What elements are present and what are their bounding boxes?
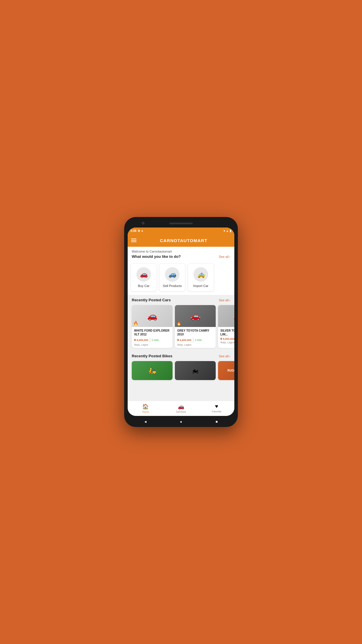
see-all-cars[interactable]: See all › — [219, 298, 230, 302]
welcome-text: Welcome to Carnotautomart — [132, 250, 230, 253]
status-right: ▾ ▲ ▮ — [224, 229, 231, 232]
bike-image-1: 🛵 — [132, 361, 173, 380]
phone-screen: 5:06 ⚙ ● ▾ ▲ ▮ CARNOTAUTOMART Welcome to… — [128, 228, 234, 416]
car-info-3: SILVER TOY... AVALON LIM... ₦ 9,000,000 … — [218, 327, 234, 346]
car-card[interactable]: 🚗 SILVER TOY... AVALON LIM... ₦ 9,000,00… — [218, 305, 234, 348]
services-icon: 🚗 — [178, 403, 184, 410]
chevron-right-icon: › — [229, 298, 230, 302]
favorite-icon: ♥ — [215, 403, 218, 410]
phone-notch — [128, 220, 234, 226]
favorite-label: Favorite — [212, 410, 222, 413]
wifi-icon: ▾ — [224, 229, 225, 232]
bikes-section-title: Recently Posted Bikes — [132, 354, 172, 358]
car-location-3: Ikeja, Lagos — [220, 341, 234, 344]
bike-card[interactable]: RUGGED BABA — [218, 361, 234, 380]
android-nav-bar: ◄ ● ■ — [128, 417, 234, 426]
home-button[interactable]: ● — [178, 419, 184, 425]
bike-card[interactable]: 🛵 — [132, 361, 173, 380]
buy-car-label: Buy Car — [138, 284, 150, 288]
car-price-3: ₦ 9,000,000 — [220, 337, 234, 340]
settings-icon: ⚙ — [138, 229, 140, 232]
sell-products-label: Sell Products — [163, 284, 182, 288]
see-all-bikes[interactable]: See all › — [219, 354, 230, 358]
car-info-2: GREY TOYOTA CAMRY 2010 ₦ 4,600,000 | 0 M… — [175, 327, 216, 348]
services-label: Services — [176, 410, 186, 413]
question-text: What would you like to do? — [132, 254, 181, 259]
bike-image-3: RUGGED BABA — [218, 361, 234, 380]
action-card-buy-car[interactable]: 🚗 Buy Car — [131, 263, 157, 291]
welcome-section: Welcome to Carnotautomart What would you… — [128, 247, 234, 261]
nav-services[interactable]: 🚗 Services — [163, 403, 199, 413]
battery-icon: ▮ — [230, 229, 231, 232]
main-content: Welcome to Carnotautomart What would you… — [128, 247, 234, 401]
car-image-2: 🚗 🔥 — [175, 305, 216, 327]
action-card-sell-products[interactable]: 🚙 Sell Products — [159, 263, 185, 291]
chevron-right-icon: › — [229, 255, 230, 258]
cars-section-title: Recently Posted Cars — [132, 298, 171, 302]
car-price-row-1: ₦ 8,000,000 | 0 Mile — [134, 337, 170, 343]
action-cards-container: 🚗 Buy Car 🚙 Sell Products 🚕 Import Car — [128, 261, 234, 295]
car-card[interactable]: 🚗 🔥 GREY TOYOTA CAMRY 2010 ₦ 4,600,000 |… — [175, 305, 216, 348]
phone-camera — [142, 222, 145, 225]
app-title: CARNOTAUTOMART — [136, 238, 231, 243]
sell-products-icon: 🚙 — [165, 267, 180, 282]
car-name-3: SILVER TOY... AVALON LIM... — [220, 329, 234, 336]
bike-card[interactable]: 🏍 — [175, 361, 216, 380]
car-mileage-1: 0 Mile — [152, 339, 159, 342]
car-price-1: ₦ 8,000,000 — [134, 339, 148, 342]
car-location-2: Ikeja, Lagos — [177, 343, 213, 346]
app-bar: CARNOTAUTOMART — [128, 234, 234, 247]
nav-home[interactable]: 🏠 Home — [128, 403, 163, 413]
fire-badge-1: 🔥 — [133, 321, 138, 326]
car-price-2: ₦ 4,600,000 — [177, 339, 191, 342]
cars-section-header: Recently Posted Cars See all › — [128, 295, 234, 304]
car-name-2: GREY TOYOTA CAMRY 2010 — [177, 329, 213, 336]
circle-icon: ● — [141, 229, 143, 232]
back-button[interactable]: ◄ — [143, 419, 148, 425]
question-row: What would you like to do? See all › — [132, 254, 230, 259]
car-price-row-3: ₦ 9,000,000 — [220, 337, 234, 340]
import-car-label: Import Car — [193, 284, 208, 288]
phone-frame: 5:06 ⚙ ● ▾ ▲ ▮ CARNOTAUTOMART Welcome to… — [124, 217, 238, 427]
import-car-icon: 🚕 — [194, 267, 208, 282]
status-bar: 5:06 ⚙ ● ▾ ▲ ▮ — [128, 228, 234, 234]
nav-favorite[interactable]: ♥ Favorite — [199, 403, 234, 413]
see-all-actions[interactable]: See all › — [219, 255, 230, 258]
bike-image-2: 🏍 — [175, 361, 216, 380]
home-label: Home — [142, 410, 149, 413]
bottom-nav: 🏠 Home 🚗 Services ♥ Favorite — [128, 401, 234, 416]
car-mileage-2: 0 Mile — [195, 339, 202, 342]
recents-button[interactable]: ■ — [214, 419, 219, 425]
car-location-1: Ikeja, Lagos — [134, 343, 170, 346]
action-card-import-car[interactable]: 🚕 Import Car — [188, 263, 214, 291]
car-price-row-2: ₦ 4,600,000 | 0 Mile — [177, 337, 213, 343]
fire-badge-2: 🔥 — [176, 321, 181, 326]
home-icon: 🏠 — [142, 403, 149, 410]
car-info-1: WHITE FORD EXPLORER XLT 2012 ₦ 8,000,000… — [132, 327, 173, 348]
bikes-list: 🛵 🏍 RUGGED BABA — [128, 360, 234, 383]
car-image-1: 🚗 🔥 — [132, 305, 173, 327]
car-image-3: 🚗 — [218, 305, 234, 327]
status-left: 5:06 ⚙ ● — [131, 229, 143, 232]
car-card[interactable]: 🚗 🔥 WHITE FORD EXPLORER XLT 2012 ₦ 8,000… — [132, 305, 173, 348]
phone-speaker — [169, 223, 193, 224]
car-name-1: WHITE FORD EXPLORER XLT 2012 — [134, 329, 170, 336]
status-time: 5:06 — [131, 229, 136, 232]
signal-icon: ▲ — [226, 229, 229, 232]
chevron-right-icon: › — [229, 354, 230, 358]
cars-list: 🚗 🔥 WHITE FORD EXPLORER XLT 2012 ₦ 8,000… — [128, 304, 234, 351]
bikes-section-header: Recently Posted Bikes See all › — [128, 351, 234, 360]
buy-car-icon: 🚗 — [136, 267, 151, 282]
menu-icon[interactable] — [131, 239, 136, 242]
